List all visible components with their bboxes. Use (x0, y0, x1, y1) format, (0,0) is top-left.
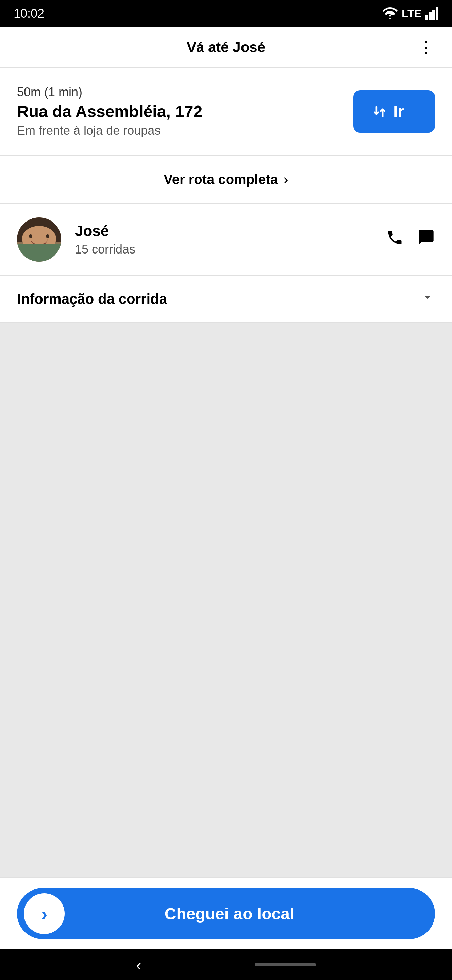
wifi-icon (382, 8, 398, 20)
ride-info-chevron-icon (420, 290, 435, 308)
arrived-chevron-icon: › (41, 903, 48, 925)
route-distance: 50m (1 min) (17, 85, 202, 99)
arrived-label: Cheguei ao local (65, 904, 394, 923)
status-icons: LTE (382, 7, 438, 21)
arrived-button-section: › Cheguei ao local (0, 877, 452, 950)
back-button[interactable]: ‹ (136, 956, 141, 974)
view-route-chevron-icon: › (283, 171, 289, 188)
signal-icon (425, 7, 438, 21)
svg-rect-1 (429, 12, 431, 21)
route-info: 50m (1 min) Rua da Assembléia, 172 Em fr… (17, 85, 202, 138)
message-button[interactable] (417, 229, 435, 250)
svg-rect-2 (432, 10, 435, 21)
app-content: Vá até José ⋮ 50m (1 min) Rua da Assembl… (0, 27, 452, 950)
bottom-nav: ‹ (0, 950, 452, 980)
avatar-body (17, 244, 61, 262)
route-swap-icon (372, 104, 387, 119)
ride-info-section[interactable]: Informação da corrida (0, 276, 452, 323)
go-button-label: Ir (393, 102, 404, 121)
ride-info-label: Informação da corrida (17, 291, 167, 307)
home-indicator (255, 963, 316, 966)
driver-rides: 15 corridas (75, 242, 373, 256)
status-bar: 10:02 LTE (0, 0, 452, 27)
route-section: 50m (1 min) Rua da Assembléia, 172 Em fr… (0, 68, 452, 156)
driver-actions (386, 229, 435, 250)
page-title: Vá até José (187, 39, 265, 56)
route-address: Rua da Assembléia, 172 (17, 102, 202, 121)
driver-avatar (17, 218, 61, 262)
status-time: 10:02 (14, 6, 44, 21)
arrived-button[interactable]: › Cheguei ao local (17, 888, 435, 939)
lte-label: LTE (402, 8, 421, 20)
menu-button[interactable]: ⋮ (418, 39, 435, 56)
avatar-eye-left (29, 234, 32, 238)
view-route-section[interactable]: Ver rota completa › (0, 156, 452, 204)
driver-name: José (75, 223, 373, 240)
svg-rect-3 (436, 7, 438, 21)
svg-rect-0 (425, 15, 428, 21)
go-button[interactable]: Ir (354, 90, 435, 133)
top-bar: Vá até José ⋮ (0, 27, 452, 68)
view-route-label: Ver rota completa (163, 172, 278, 187)
route-note: Em frente à loja de roupas (17, 124, 202, 138)
driver-info: José 15 corridas (75, 223, 373, 256)
driver-section: José 15 corridas (0, 204, 452, 276)
avatar-eye-right (46, 234, 49, 238)
call-button[interactable] (386, 229, 404, 250)
map-area (0, 323, 452, 877)
arrived-slider: › (24, 893, 65, 934)
